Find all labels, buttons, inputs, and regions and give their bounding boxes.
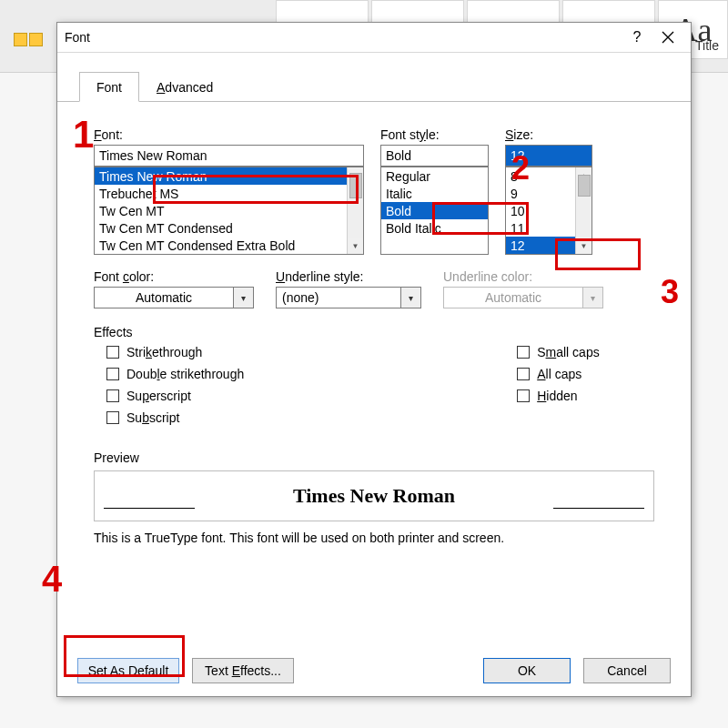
font-input[interactable] — [94, 145, 364, 167]
list-item[interactable]: Italic — [381, 185, 488, 202]
chevron-down-icon[interactable]: ▾ — [401, 287, 421, 308]
checkbox-icon — [106, 368, 119, 380]
list-item[interactable]: Times New Roman — [95, 167, 347, 185]
dialog-titlebar[interactable]: Font ? — [57, 23, 691, 53]
dialog-title: Font — [65, 30, 622, 45]
size-label: Size: — [505, 127, 592, 142]
size-listbox[interactable]: 8 9 10 11 12 ▲ ▼ — [505, 167, 592, 255]
text-effects-button[interactable]: Text Effects... — [192, 658, 294, 683]
list-item[interactable]: Regular — [381, 167, 488, 185]
close-button[interactable] — [652, 23, 683, 53]
dialog-tabs: Font Advanced — [57, 69, 691, 102]
checkbox-all-caps[interactable]: All caps — [517, 367, 599, 381]
chevron-down-icon: ▾ — [583, 287, 603, 308]
underline-color-value: Automatic — [443, 287, 583, 308]
checkbox-icon — [517, 368, 530, 380]
set-as-default-button[interactable]: Set As Default — [77, 658, 179, 683]
scrollbar[interactable]: ▲ ▼ — [575, 167, 592, 254]
checkbox-icon — [106, 389, 119, 402]
scrollbar[interactable]: ▲ ▼ — [347, 167, 363, 254]
font-label: Font: — [94, 127, 364, 142]
font-description: This is a TrueType font. This font will … — [94, 531, 654, 545]
list-item[interactable]: 12 — [506, 237, 575, 254]
scroll-thumb[interactable] — [578, 175, 591, 197]
tab-font[interactable]: Font — [79, 72, 139, 102]
list-item[interactable]: 11 — [506, 219, 575, 237]
list-item[interactable]: Bold Italic — [381, 219, 488, 237]
underline-style-dropdown[interactable]: (none) ▾ — [276, 287, 421, 308]
checkbox-strikethrough[interactable]: Strikethrough — [106, 345, 244, 359]
font-dialog: Font ? Font Advanced Font: Times New Rom… — [56, 22, 692, 697]
list-item[interactable]: Tw Cen MT — [95, 202, 347, 219]
list-item[interactable]: 10 — [506, 202, 575, 219]
font-color-dropdown[interactable]: Automatic ▾ — [94, 287, 254, 308]
scroll-down-icon[interactable]: ▼ — [577, 238, 592, 253]
list-item[interactable]: Tw Cen MT Condensed — [95, 219, 347, 237]
preview-box: Times New Roman — [94, 470, 654, 521]
font-style-listbox[interactable]: Regular Italic Bold Bold Italic — [380, 167, 489, 255]
preview-label: Preview — [94, 450, 654, 465]
tab-advanced[interactable]: Advanced — [139, 72, 230, 102]
underline-color-label: Underline color: — [443, 269, 603, 284]
effects-label: Effects — [94, 325, 654, 339]
alignment-buttons — [13, 32, 54, 57]
scroll-down-icon[interactable]: ▼ — [349, 238, 363, 253]
underline-color-dropdown: Automatic ▾ — [443, 287, 603, 308]
list-item[interactable]: Trebuchet MS — [95, 185, 347, 202]
font-listbox[interactable]: Times New Roman Trebuchet MS Tw Cen MT T… — [94, 167, 364, 255]
font-style-label: Font style: — [380, 127, 489, 142]
font-color-value: Automatic — [94, 287, 234, 308]
preview-text: Times New Roman — [293, 484, 455, 508]
checkbox-double-strikethrough[interactable]: Double strikethrough — [106, 367, 244, 381]
underline-style-value: (none) — [276, 287, 401, 308]
list-item[interactable]: Bold — [381, 202, 488, 219]
scroll-thumb[interactable] — [349, 173, 362, 198]
help-button[interactable]: ? — [622, 23, 652, 53]
list-item[interactable]: 8 — [506, 167, 575, 185]
baseline-right — [553, 508, 644, 509]
checkbox-subscript[interactable]: Subscript — [106, 410, 244, 425]
ok-button[interactable]: OK — [483, 658, 571, 683]
checkbox-superscript[interactable]: Superscript — [106, 389, 244, 403]
font-color-label: Font color: — [94, 269, 254, 284]
checkbox-icon — [517, 389, 530, 402]
checkbox-hidden[interactable]: Hidden — [517, 389, 599, 403]
font-style-input[interactable] — [380, 145, 489, 167]
size-input[interactable] — [505, 145, 592, 167]
baseline-left — [104, 508, 195, 509]
underline-style-label: Underline style: — [276, 269, 421, 284]
checkbox-small-caps[interactable]: Small caps — [517, 345, 599, 359]
close-icon — [662, 31, 674, 44]
ribbon-title-label: Title — [695, 38, 719, 53]
cancel-button[interactable]: Cancel — [583, 658, 671, 683]
checkbox-icon — [517, 346, 530, 359]
list-item[interactable]: 9 — [506, 185, 575, 202]
checkbox-icon — [106, 411, 119, 424]
chevron-down-icon[interactable]: ▾ — [234, 287, 254, 308]
checkbox-icon — [106, 346, 119, 359]
list-item[interactable]: Tw Cen MT Condensed Extra Bold — [95, 237, 347, 254]
